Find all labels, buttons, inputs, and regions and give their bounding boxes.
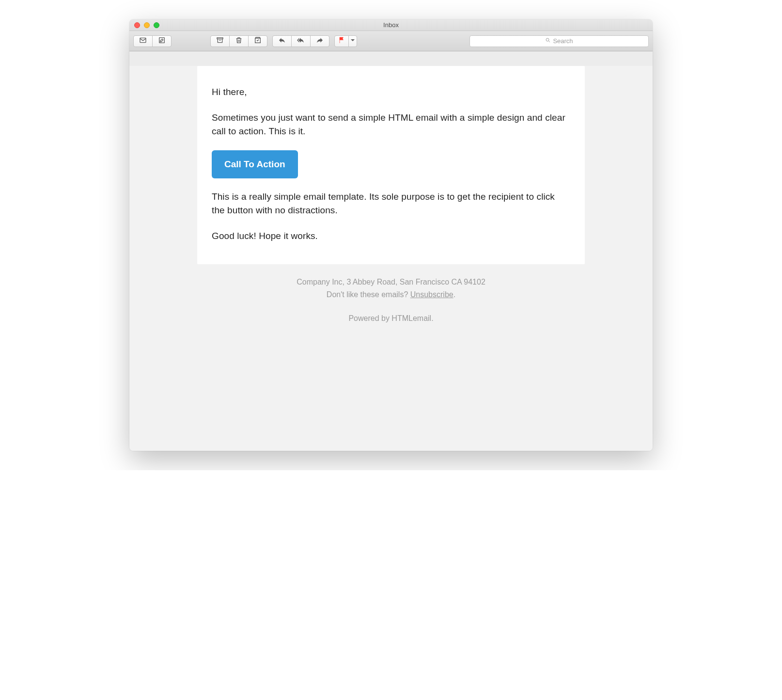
mail-window: Inbox [129,19,653,451]
junk-icon [254,36,262,46]
powered-by: Powered by HTMLemail. [139,312,643,325]
archive-button[interactable] [210,35,230,47]
unsubscribe-line: Don't like these emails? Unsubscribe. [139,288,643,301]
email-body: Hi there, Sometimes you just want to sen… [197,66,585,264]
email-intro: Sometimes you just want to send a simple… [212,111,570,139]
minimize-window-button[interactable] [144,22,150,28]
forward-button[interactable] [310,35,329,47]
trash-icon [235,36,243,46]
unsub-prefix: Don't like these emails? [327,290,410,299]
svg-point-4 [546,38,549,41]
archive-icon [216,36,224,46]
email-body-text: This is a really simple email template. … [212,190,570,218]
unsubscribe-link[interactable]: Unsubscribe [410,290,454,299]
search-placeholder: Search [553,37,573,45]
company-address: Company Inc, 3 Abbey Road, San Francisco… [139,276,643,288]
search-field[interactable]: Search [469,35,649,47]
compose-icon [158,36,166,46]
envelope-icon [139,36,147,46]
email-footer: Company Inc, 3 Abbey Road, San Francisco… [129,264,653,325]
svg-rect-2 [217,38,223,39]
toolbar: Search [129,31,653,51]
titlebar: Inbox [129,19,653,31]
delete-button[interactable] [229,35,249,47]
flag-icon [338,36,345,46]
email-greeting: Hi there, [212,85,570,99]
unsub-suffix: . [454,290,455,299]
reply-button[interactable] [272,35,292,47]
reply-all-icon [297,36,305,46]
forward-icon [316,36,324,46]
email-closing: Good luck! Hope it works. [212,229,570,243]
junk-button[interactable] [248,35,267,47]
traffic-lights [134,22,159,28]
search-icon [545,37,551,45]
cta-button[interactable]: Call To Action [212,150,298,178]
chevron-down-icon [349,36,357,46]
get-mail-button[interactable] [133,35,153,47]
compose-button[interactable] [152,35,172,47]
close-window-button[interactable] [134,22,140,28]
maximize-window-button[interactable] [154,22,159,28]
flag-button[interactable] [334,35,349,47]
reply-all-button[interactable] [291,35,311,47]
reply-icon [278,36,286,46]
window-title: Inbox [134,21,648,29]
content-area: Hi there, Sometimes you just want to sen… [129,66,653,451]
flag-menu-button[interactable] [348,35,357,47]
